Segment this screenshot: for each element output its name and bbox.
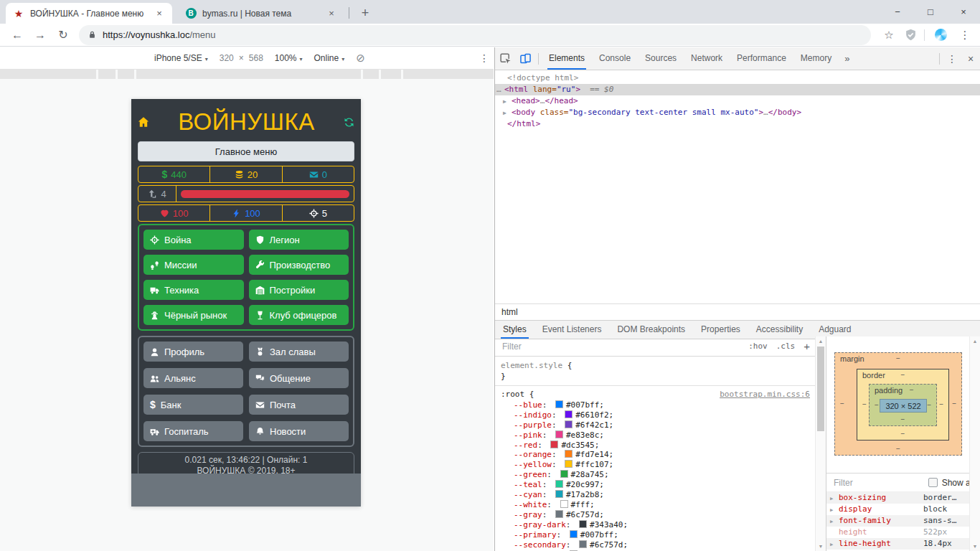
back-icon[interactable]: ← [6, 29, 29, 42]
window-minimize-button[interactable]: − [881, 0, 914, 23]
computed-property-height[interactable]: height522px [826, 527, 970, 538]
expand-arrow-icon[interactable]: ▶ [503, 96, 507, 108]
tab-close-icon[interactable]: × [154, 8, 165, 19]
menu-button-truck[interactable]: Техника [143, 280, 244, 300]
window-maximize-button[interactable]: □ [914, 0, 947, 23]
box-model-margin[interactable]: margin − − − − border − − − − padding − [834, 352, 962, 456]
forward-icon[interactable]: → [29, 29, 52, 42]
dom-tree-node[interactable]: …<html lang="ru"> == $0 [495, 84, 980, 95]
css-variable-secondary[interactable]: --secondary: #6c757d; [501, 540, 810, 550]
css-variable-cyan[interactable]: --cyan: #17a2b8; [501, 490, 810, 500]
expand-arrow-icon[interactable]: ▶ [830, 516, 833, 527]
menu-button-dollar[interactable]: $Банк [143, 395, 243, 415]
css-variable-gray[interactable]: --gray: #6c757d; [501, 510, 810, 520]
css-variable-orange[interactable]: --orange: #fd7e14; [501, 450, 810, 460]
show-all-checkbox[interactable] [928, 478, 938, 487]
color-swatch[interactable] [555, 400, 563, 408]
css-variable-blue[interactable]: --blue: #007bff; [501, 400, 810, 410]
styles-scrollbar[interactable]: ▲ ▼ [815, 336, 826, 551]
devtools-tab-network[interactable]: Network [684, 47, 730, 70]
box-model-content[interactable]: 320 × 522 [880, 399, 927, 413]
box-model-border[interactable]: border − − − − padding − − − − 320 × 5 [857, 369, 949, 441]
extension-swirl-icon[interactable] [935, 29, 947, 41]
computed-scrollbar[interactable]: ▲ ▼ [969, 336, 980, 551]
menu-button-user[interactable]: Профиль [143, 342, 243, 362]
css-variable-primary[interactable]: --primary: #007bff; [501, 530, 810, 540]
browser-menu-icon[interactable]: ⋮ [954, 29, 976, 42]
menu-button-wrench[interactable]: Производство [249, 255, 349, 275]
menu-button-comments[interactable]: Общение [249, 368, 349, 388]
menu-button-envelope[interactable]: Почта [249, 395, 349, 415]
device-select[interactable]: iPhone 5/SE▾ [154, 53, 208, 63]
devtools-tab-elements[interactable]: Elements [542, 47, 592, 70]
pseudo-state-toggle[interactable]: :hov [748, 342, 768, 351]
color-swatch[interactable] [570, 530, 578, 538]
computed-property-display[interactable]: ▶displayblock [826, 504, 970, 515]
menu-button-ambulance[interactable]: Госпиталь [143, 421, 243, 441]
styles-filter-input[interactable] [501, 341, 748, 352]
new-style-rule-button[interactable]: + [804, 340, 810, 352]
viewport-size[interactable]: 320 × 568 [220, 53, 263, 63]
scrollbar-thumb[interactable] [817, 347, 824, 431]
reload-icon[interactable]: ↻ [52, 28, 75, 42]
css-variable-teal[interactable]: --teal: #20c997; [501, 480, 810, 490]
ammo-stat[interactable]: 5 [283, 205, 354, 221]
mail-stat[interactable]: 0 [283, 166, 354, 182]
color-swatch[interactable] [555, 510, 563, 518]
css-variable-red[interactable]: --red: #dc3545; [501, 441, 810, 451]
network-throttle-select[interactable]: Online▾ [314, 53, 345, 63]
tab-close-icon[interactable]: × [326, 8, 337, 19]
css-variable-gray-dark[interactable]: --gray-dark: #343a40; [501, 520, 810, 530]
devtools-tab-memory[interactable]: Memory [793, 47, 839, 70]
dom-tree-node[interactable]: </html> [495, 118, 980, 130]
level-stat[interactable]: 4 [138, 186, 176, 202]
scroll-down-icon[interactable]: ▼ [970, 542, 980, 551]
computed-property-box-sizing[interactable]: ▶box-sizingborder… [826, 492, 970, 504]
adguard-shield-icon[interactable] [900, 29, 921, 41]
css-variable-green[interactable]: --green: #28a745; [501, 470, 810, 480]
color-swatch[interactable] [555, 430, 563, 438]
menu-button-warehouse[interactable]: Постройки [249, 280, 349, 300]
color-swatch[interactable] [579, 520, 587, 528]
refresh-icon[interactable] [344, 117, 354, 128]
menu-button-users[interactable]: Альянс [143, 368, 243, 388]
toggle-device-toolbar-icon[interactable] [515, 53, 535, 64]
devtools-tab-console[interactable]: Console [592, 47, 638, 70]
menu-button-footprints[interactable]: Миссии [143, 255, 244, 275]
more-tabs-icon[interactable]: » [839, 53, 855, 64]
color-swatch[interactable] [560, 500, 568, 508]
new-tab-button[interactable]: + [356, 4, 374, 22]
devtools-tab-performance[interactable]: Performance [730, 47, 793, 70]
scroll-down-icon[interactable]: ▼ [816, 542, 826, 551]
color-swatch[interactable] [565, 410, 573, 418]
devtools-close-icon[interactable]: × [961, 53, 980, 65]
scroll-up-icon[interactable]: ▲ [816, 336, 826, 346]
menu-button-bell[interactable]: Новости [249, 421, 349, 441]
color-swatch[interactable] [560, 470, 568, 478]
money-stat[interactable]: $ 440 [138, 166, 210, 182]
window-close-button[interactable]: × [947, 0, 980, 23]
color-swatch[interactable] [565, 420, 573, 428]
computed-property-font-family[interactable]: ▶font-familysans-s… [826, 515, 970, 527]
color-swatch[interactable] [555, 480, 563, 488]
computed-filter-input[interactable] [832, 477, 900, 489]
menu-button-medal[interactable]: Зал славы [249, 342, 349, 362]
menu-button-spy[interactable]: Чёрный рынок [143, 305, 244, 325]
class-toggle[interactable]: .cls [776, 342, 796, 351]
devtools-menu-icon[interactable]: ⋮ [943, 53, 961, 65]
dom-tree-node[interactable]: ▶<body class="bg-secondary text-center s… [495, 107, 980, 118]
rotate-icon[interactable]: ⊘ [356, 52, 365, 65]
color-swatch[interactable] [555, 490, 563, 498]
devtools-tab-sources[interactable]: Sources [638, 47, 684, 70]
menu-button-goblet[interactable]: Клуб офицеров [249, 305, 349, 325]
css-variable-white[interactable]: --white: #fff; [501, 500, 810, 510]
health-stat[interactable]: 100 [138, 205, 210, 221]
css-variable-yellow[interactable]: --yellow: #ffc107; [501, 460, 810, 470]
expand-arrow-icon[interactable]: ▶ [830, 493, 833, 504]
bookmark-star-icon[interactable]: ☆ [878, 29, 900, 42]
device-toolbar-menu-icon[interactable]: ⋮ [479, 52, 489, 64]
expand-arrow-icon[interactable]: ▶ [830, 539, 833, 550]
css-variable-purple[interactable]: --purple: #6f42c1; [501, 420, 810, 430]
main-menu-button[interactable]: Главное меню [138, 141, 354, 161]
coins-stat[interactable]: 20 [210, 166, 282, 182]
